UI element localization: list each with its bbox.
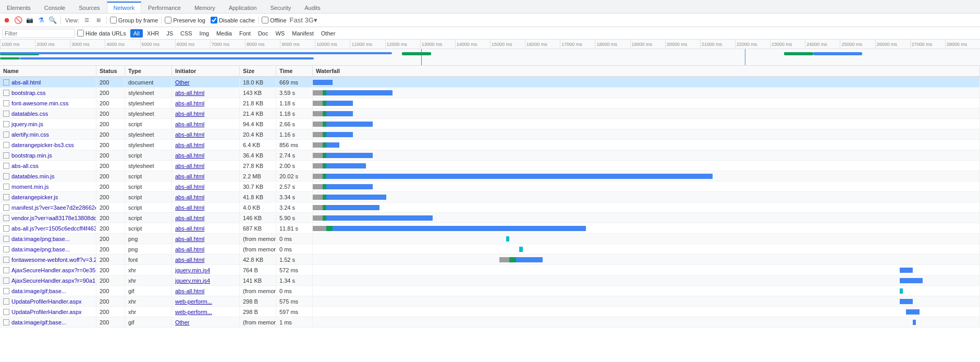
- table-row[interactable]: datatables.css200stylesheetabs-all.html2…: [0, 108, 980, 119]
- row-checkbox[interactable]: [3, 194, 9, 200]
- row-checkbox[interactable]: [3, 236, 9, 242]
- filter-type-xhr[interactable]: XHR: [144, 29, 162, 38]
- filter-type-font[interactable]: Font: [236, 29, 254, 38]
- cell-initiator[interactable]: abs-all.html: [172, 171, 240, 181]
- disable-cache-checkbox[interactable]: [211, 17, 217, 23]
- row-checkbox[interactable]: [3, 131, 9, 138]
- col-header-size[interactable]: Size: [240, 66, 276, 76]
- cell-initiator[interactable]: web-perform...: [172, 307, 240, 317]
- search-btn[interactable]: 🔍: [48, 16, 57, 25]
- table-row[interactable]: data:image/gif;base...200gifabs-all.html…: [0, 286, 980, 296]
- table-row[interactable]: data:image/png;base...200pngabs-all.html…: [0, 234, 980, 244]
- offline-checkbox[interactable]: [262, 17, 268, 23]
- filter-input[interactable]: [2, 29, 75, 38]
- row-checkbox[interactable]: [3, 173, 9, 179]
- filter-type-img[interactable]: Img: [197, 29, 212, 38]
- cell-initiator[interactable]: abs-all.html: [172, 213, 240, 223]
- table-row[interactable]: AjaxSecureHandler.aspx?r=0e356...200xhrj…: [0, 265, 980, 275]
- cell-initiator[interactable]: abs-all.html: [172, 202, 240, 212]
- cell-initiator[interactable]: jquery.min.js4: [172, 265, 240, 275]
- preserve-log-checkbox[interactable]: [165, 17, 172, 23]
- tab-security[interactable]: Security: [263, 2, 298, 13]
- row-checkbox[interactable]: [3, 246, 9, 252]
- tab-console[interactable]: Console: [38, 2, 72, 13]
- table-row[interactable]: daterangepicker-bs3.css200stylesheetabs-…: [0, 140, 980, 150]
- row-checkbox[interactable]: [3, 319, 9, 325]
- tab-application[interactable]: Application: [222, 2, 264, 13]
- row-checkbox[interactable]: [3, 257, 9, 263]
- table-row[interactable]: font-awesome.min.css200stylesheetabs-all…: [0, 98, 980, 108]
- table-row[interactable]: bootstrap.css200stylesheetabs-all.html14…: [0, 88, 980, 98]
- table-row[interactable]: UpdataProfilerHandler.aspx200xhrweb-perf…: [0, 296, 980, 307]
- col-header-waterfall[interactable]: Waterfall: [313, 66, 980, 76]
- col-header-type[interactable]: Type: [125, 66, 172, 76]
- cell-initiator[interactable]: web-perform...: [172, 296, 240, 306]
- row-checkbox[interactable]: [3, 142, 9, 148]
- tab-sources[interactable]: Sources: [72, 2, 106, 13]
- cell-initiator[interactable]: abs-all.html: [172, 140, 240, 150]
- row-checkbox[interactable]: [3, 90, 9, 96]
- cell-initiator[interactable]: abs-all.html: [172, 286, 240, 296]
- view-grid-btn[interactable]: ⊞: [94, 16, 103, 25]
- offline-check[interactable]: Offline: [262, 17, 287, 23]
- group-by-frame-check[interactable]: Group by frame: [110, 17, 158, 23]
- row-checkbox[interactable]: [3, 288, 9, 294]
- col-header-name[interactable]: Name: [0, 66, 96, 76]
- filter-type-doc[interactable]: Doc: [255, 29, 272, 38]
- table-row[interactable]: data:image/gif;base...200gifOther(from m…: [0, 317, 980, 328]
- disable-cache-check[interactable]: Disable cache: [211, 17, 255, 23]
- cell-initiator[interactable]: abs-all.html: [172, 192, 240, 202]
- cell-initiator[interactable]: abs-all.html: [172, 244, 240, 254]
- hide-data-urls-check[interactable]: Hide data URLs: [77, 30, 126, 37]
- col-header-status[interactable]: Status: [96, 66, 125, 76]
- cell-initiator[interactable]: abs-all.html: [172, 223, 240, 233]
- table-row[interactable]: AjaxSecureHandler.aspx?r=90a19...200xhrj…: [0, 275, 980, 286]
- filter-type-css[interactable]: CSS: [177, 29, 195, 38]
- fast3g-select[interactable]: Fast 3G ▾: [289, 16, 318, 25]
- table-row[interactable]: alertify.min.css200stylesheetabs-all.htm…: [0, 129, 980, 140]
- cell-initiator[interactable]: abs-all.html: [172, 182, 240, 191]
- tab-audits[interactable]: Audits: [298, 2, 327, 13]
- row-checkbox[interactable]: [3, 267, 9, 273]
- row-checkbox[interactable]: [3, 100, 9, 106]
- cell-initiator[interactable]: abs-all.html: [172, 161, 240, 171]
- camera-btn[interactable]: 📷: [25, 16, 34, 25]
- row-checkbox[interactable]: [3, 204, 9, 211]
- row-checkbox[interactable]: [3, 163, 9, 169]
- filter-type-manifest[interactable]: Manifest: [289, 29, 317, 38]
- filter-btn[interactable]: ⚗: [36, 16, 46, 25]
- row-checkbox[interactable]: [3, 309, 9, 315]
- table-row[interactable]: vendor.js?ver=aa83178e13808ddc...200scri…: [0, 213, 980, 223]
- cell-initiator[interactable]: jquery.min.js4: [172, 275, 240, 285]
- cell-initiator[interactable]: abs-all.html: [172, 98, 240, 108]
- row-checkbox[interactable]: [3, 298, 9, 305]
- row-checkbox[interactable]: [3, 277, 9, 284]
- filter-type-all[interactable]: All: [130, 29, 143, 38]
- preserve-log-check[interactable]: Preserve log: [165, 17, 205, 23]
- hide-data-urls-checkbox[interactable]: [77, 30, 84, 37]
- row-checkbox[interactable]: [3, 184, 9, 190]
- cell-initiator[interactable]: abs-all.html: [172, 234, 240, 244]
- tab-memory[interactable]: Memory: [188, 2, 222, 13]
- col-header-initiator[interactable]: Initiator: [172, 66, 240, 76]
- tab-elements[interactable]: Elements: [0, 2, 38, 13]
- row-checkbox[interactable]: [3, 152, 9, 159]
- cell-initiator[interactable]: Other: [172, 77, 240, 87]
- view-list-btn[interactable]: ☰: [82, 16, 92, 25]
- tab-performance[interactable]: Performance: [141, 2, 188, 13]
- cell-initiator[interactable]: abs-all.html: [172, 129, 240, 139]
- table-row[interactable]: datatables.min.js200scriptabs-all.html2.…: [0, 171, 980, 182]
- cell-initiator[interactable]: abs-all.html: [172, 150, 240, 160]
- cell-initiator[interactable]: abs-all.html: [172, 119, 240, 129]
- col-header-time[interactable]: Time: [276, 66, 313, 76]
- table-row[interactable]: data:image/png;base...200pngabs-all.html…: [0, 244, 980, 255]
- table-row[interactable]: UpdataProfilerHandler.aspx200xhrweb-perf…: [0, 307, 980, 317]
- cell-initiator[interactable]: abs-all.html: [172, 255, 240, 264]
- group-by-frame-checkbox[interactable]: [110, 17, 117, 23]
- clear-btn[interactable]: 🚫: [14, 16, 23, 25]
- table-row[interactable]: abs-all.css200stylesheetabs-all.html27.8…: [0, 161, 980, 171]
- cell-initiator[interactable]: Other: [172, 317, 240, 327]
- record-btn[interactable]: ⏺: [2, 16, 11, 25]
- table-row[interactable]: bootstrap.min.js200scriptabs-all.html36.…: [0, 150, 980, 161]
- row-checkbox[interactable]: [3, 225, 9, 232]
